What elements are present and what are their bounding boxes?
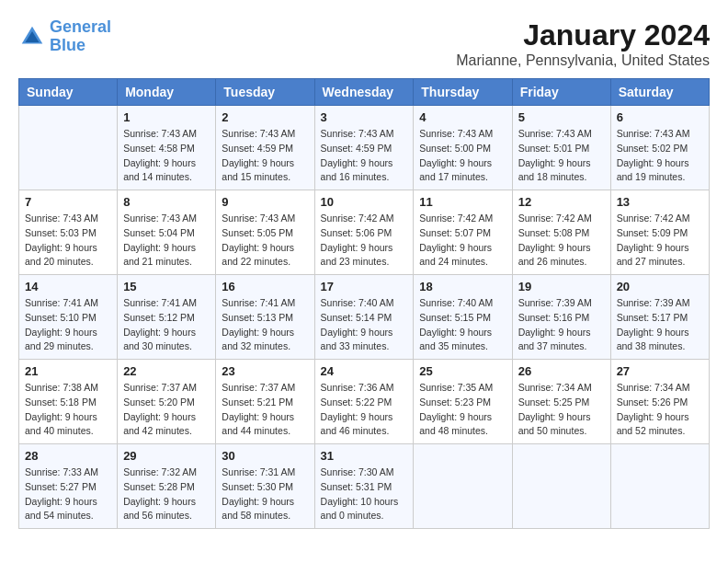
day-number: 21	[25, 364, 111, 378]
cell-details: Sunrise: 7:43 AMSunset: 5:03 PMDaylight:…	[25, 212, 111, 270]
day-number: 22	[123, 364, 210, 378]
cell-details: Sunrise: 7:37 AMSunset: 5:20 PMDaylight:…	[123, 381, 210, 439]
cell-details: Sunrise: 7:43 AMSunset: 5:01 PMDaylight:…	[518, 127, 605, 185]
calendar-cell: 20Sunrise: 7:39 AMSunset: 5:17 PMDayligh…	[610, 275, 709, 360]
cell-details: Sunrise: 7:35 AMSunset: 5:23 PMDaylight:…	[419, 381, 506, 439]
calendar-cell	[512, 444, 610, 529]
cell-details: Sunrise: 7:43 AMSunset: 5:05 PMDaylight:…	[222, 212, 308, 270]
logo-icon	[18, 23, 46, 51]
calendar-cell: 18Sunrise: 7:40 AMSunset: 5:15 PMDayligh…	[414, 275, 512, 360]
day-number: 12	[518, 195, 605, 209]
calendar-week-3: 14Sunrise: 7:41 AMSunset: 5:10 PMDayligh…	[19, 275, 710, 360]
day-number: 9	[222, 195, 308, 209]
day-number: 30	[222, 449, 308, 463]
cell-details: Sunrise: 7:39 AMSunset: 5:16 PMDaylight:…	[518, 296, 605, 354]
day-number: 13	[617, 195, 703, 209]
day-number: 16	[222, 280, 308, 293]
calendar-cell: 14Sunrise: 7:41 AMSunset: 5:10 PMDayligh…	[19, 275, 118, 360]
calendar-cell: 9Sunrise: 7:43 AMSunset: 5:05 PMDaylight…	[216, 190, 314, 275]
calendar-cell: 28Sunrise: 7:33 AMSunset: 5:27 PMDayligh…	[19, 444, 118, 529]
calendar-week-1: 1Sunrise: 7:43 AMSunset: 4:58 PMDaylight…	[19, 106, 710, 190]
calendar-cell: 8Sunrise: 7:43 AMSunset: 5:04 PMDaylight…	[118, 190, 216, 275]
cell-details: Sunrise: 7:33 AMSunset: 5:27 PMDaylight:…	[25, 465, 111, 523]
day-number: 8	[123, 195, 210, 209]
calendar-cell	[610, 444, 709, 529]
calendar-cell: 21Sunrise: 7:38 AMSunset: 5:18 PMDayligh…	[19, 360, 118, 444]
calendar-cell: 12Sunrise: 7:42 AMSunset: 5:08 PMDayligh…	[512, 190, 610, 275]
day-number: 15	[123, 280, 210, 293]
calendar-week-2: 7Sunrise: 7:43 AMSunset: 5:03 PMDaylight…	[19, 190, 710, 275]
cell-details: Sunrise: 7:32 AMSunset: 5:28 PMDaylight:…	[123, 465, 210, 523]
cell-details: Sunrise: 7:30 AMSunset: 5:31 PMDaylight:…	[321, 465, 408, 523]
day-number: 5	[518, 110, 605, 124]
month-title: January 2024	[456, 18, 710, 52]
cell-details: Sunrise: 7:42 AMSunset: 5:08 PMDaylight:…	[518, 212, 605, 270]
calendar-cell: 27Sunrise: 7:34 AMSunset: 5:26 PMDayligh…	[610, 360, 709, 444]
calendar-cell: 7Sunrise: 7:43 AMSunset: 5:03 PMDaylight…	[19, 190, 118, 275]
calendar-cell: 15Sunrise: 7:41 AMSunset: 5:12 PMDayligh…	[118, 275, 216, 360]
cell-details: Sunrise: 7:31 AMSunset: 5:30 PMDaylight:…	[222, 465, 308, 523]
calendar-week-4: 21Sunrise: 7:38 AMSunset: 5:18 PMDayligh…	[19, 360, 710, 444]
logo-text: General Blue	[50, 18, 111, 55]
calendar-cell: 5Sunrise: 7:43 AMSunset: 5:01 PMDaylight…	[512, 106, 610, 190]
location-subtitle: Marianne, Pennsylvania, United States	[456, 52, 710, 69]
col-header-thursday: Thursday	[414, 79, 512, 106]
col-header-friday: Friday	[512, 79, 610, 106]
day-number: 4	[419, 110, 506, 124]
calendar-cell: 31Sunrise: 7:30 AMSunset: 5:31 PMDayligh…	[314, 444, 414, 529]
calendar-cell: 17Sunrise: 7:40 AMSunset: 5:14 PMDayligh…	[314, 275, 414, 360]
cell-details: Sunrise: 7:40 AMSunset: 5:14 PMDaylight:…	[321, 296, 408, 354]
calendar-cell: 1Sunrise: 7:43 AMSunset: 4:58 PMDaylight…	[118, 106, 216, 190]
calendar-cell: 16Sunrise: 7:41 AMSunset: 5:13 PMDayligh…	[216, 275, 314, 360]
calendar-cell: 3Sunrise: 7:43 AMSunset: 4:59 PMDaylight…	[314, 106, 414, 190]
calendar-cell: 10Sunrise: 7:42 AMSunset: 5:06 PMDayligh…	[314, 190, 414, 275]
day-number: 19	[518, 280, 605, 293]
day-number: 11	[419, 195, 506, 209]
logo: General Blue	[18, 18, 111, 55]
calendar-body: 1Sunrise: 7:43 AMSunset: 4:58 PMDaylight…	[19, 106, 710, 529]
calendar-cell: 13Sunrise: 7:42 AMSunset: 5:09 PMDayligh…	[610, 190, 709, 275]
day-number: 25	[419, 364, 506, 378]
day-number: 10	[321, 195, 408, 209]
cell-details: Sunrise: 7:42 AMSunset: 5:06 PMDaylight:…	[321, 212, 408, 270]
cell-details: Sunrise: 7:43 AMSunset: 4:58 PMDaylight:…	[123, 127, 210, 185]
cell-details: Sunrise: 7:40 AMSunset: 5:15 PMDaylight:…	[419, 296, 506, 354]
calendar-cell: 22Sunrise: 7:37 AMSunset: 5:20 PMDayligh…	[118, 360, 216, 444]
cell-details: Sunrise: 7:43 AMSunset: 4:59 PMDaylight:…	[222, 127, 308, 185]
calendar-cell: 29Sunrise: 7:32 AMSunset: 5:28 PMDayligh…	[118, 444, 216, 529]
page-header: General Blue January 2024 Marianne, Penn…	[18, 18, 710, 69]
cell-details: Sunrise: 7:42 AMSunset: 5:09 PMDaylight:…	[617, 212, 703, 270]
calendar-week-5: 28Sunrise: 7:33 AMSunset: 5:27 PMDayligh…	[19, 444, 710, 529]
calendar-table: SundayMondayTuesdayWednesdayThursdayFrid…	[18, 78, 710, 529]
cell-details: Sunrise: 7:37 AMSunset: 5:21 PMDaylight:…	[222, 381, 308, 439]
cell-details: Sunrise: 7:41 AMSunset: 5:13 PMDaylight:…	[222, 296, 308, 354]
day-number: 23	[222, 364, 308, 378]
day-number: 18	[419, 280, 506, 293]
day-number: 2	[222, 110, 308, 124]
col-header-tuesday: Tuesday	[216, 79, 314, 106]
calendar-cell: 25Sunrise: 7:35 AMSunset: 5:23 PMDayligh…	[414, 360, 512, 444]
day-number: 7	[25, 195, 111, 209]
cell-details: Sunrise: 7:43 AMSunset: 5:02 PMDaylight:…	[617, 127, 703, 185]
day-number: 1	[123, 110, 210, 124]
calendar-cell: 23Sunrise: 7:37 AMSunset: 5:21 PMDayligh…	[216, 360, 314, 444]
calendar-cell: 19Sunrise: 7:39 AMSunset: 5:16 PMDayligh…	[512, 275, 610, 360]
cell-details: Sunrise: 7:43 AMSunset: 5:04 PMDaylight:…	[123, 212, 210, 270]
calendar-cell: 26Sunrise: 7:34 AMSunset: 5:25 PMDayligh…	[512, 360, 610, 444]
cell-details: Sunrise: 7:42 AMSunset: 5:07 PMDaylight:…	[419, 212, 506, 270]
calendar-cell: 2Sunrise: 7:43 AMSunset: 4:59 PMDaylight…	[216, 106, 314, 190]
day-number: 27	[617, 364, 703, 378]
day-number: 6	[617, 110, 703, 124]
calendar-cell: 11Sunrise: 7:42 AMSunset: 5:07 PMDayligh…	[414, 190, 512, 275]
day-number: 26	[518, 364, 605, 378]
cell-details: Sunrise: 7:43 AMSunset: 5:00 PMDaylight:…	[419, 127, 506, 185]
calendar-cell: 30Sunrise: 7:31 AMSunset: 5:30 PMDayligh…	[216, 444, 314, 529]
cell-details: Sunrise: 7:36 AMSunset: 5:22 PMDaylight:…	[321, 381, 408, 439]
title-block: January 2024 Marianne, Pennsylvania, Uni…	[456, 18, 710, 69]
day-number: 14	[25, 280, 111, 293]
cell-details: Sunrise: 7:34 AMSunset: 5:25 PMDaylight:…	[518, 381, 605, 439]
cell-details: Sunrise: 7:43 AMSunset: 4:59 PMDaylight:…	[321, 127, 408, 185]
cell-details: Sunrise: 7:41 AMSunset: 5:12 PMDaylight:…	[123, 296, 210, 354]
day-number: 31	[321, 449, 408, 463]
calendar-cell: 4Sunrise: 7:43 AMSunset: 5:00 PMDaylight…	[414, 106, 512, 190]
